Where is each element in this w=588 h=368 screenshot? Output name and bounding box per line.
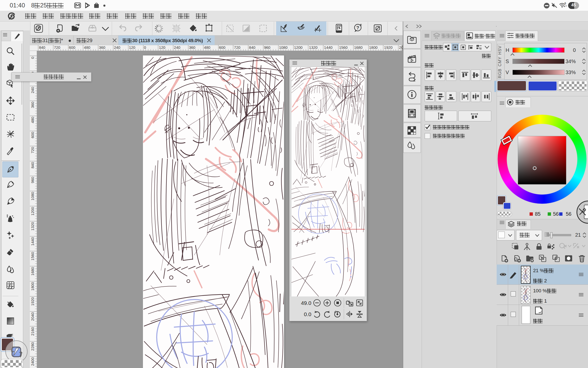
svg-text:?: ? — [356, 25, 359, 30]
svg-text:5: 5 — [565, 2, 566, 5]
